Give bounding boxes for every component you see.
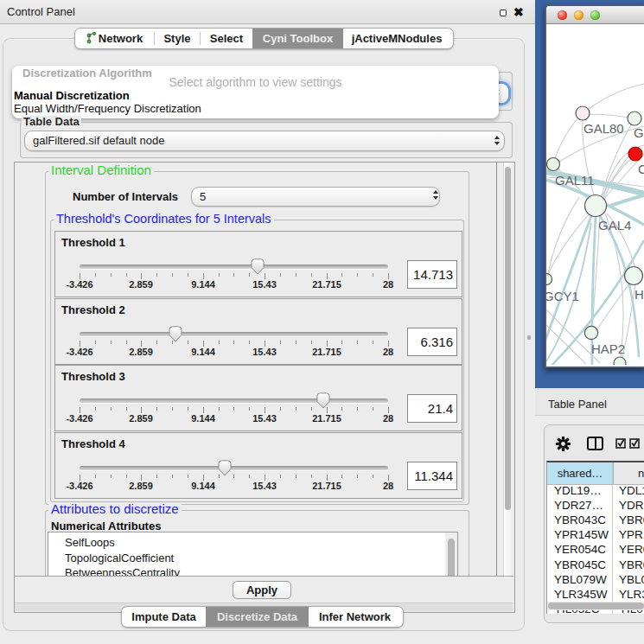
svg-text:GA: GA — [634, 125, 644, 140]
svg-text:GAL11: GAL11 — [555, 173, 595, 188]
svg-text:HAP2: HAP2 — [591, 341, 625, 356]
svg-text:GAL4: GAL4 — [598, 218, 631, 233]
svg-text:GCY1: GCY1 — [546, 289, 579, 303]
svg-text:GAL80: GAL80 — [583, 121, 624, 136]
svg-text:H: H — [634, 287, 644, 302]
svg-text:C: C — [638, 162, 644, 176]
